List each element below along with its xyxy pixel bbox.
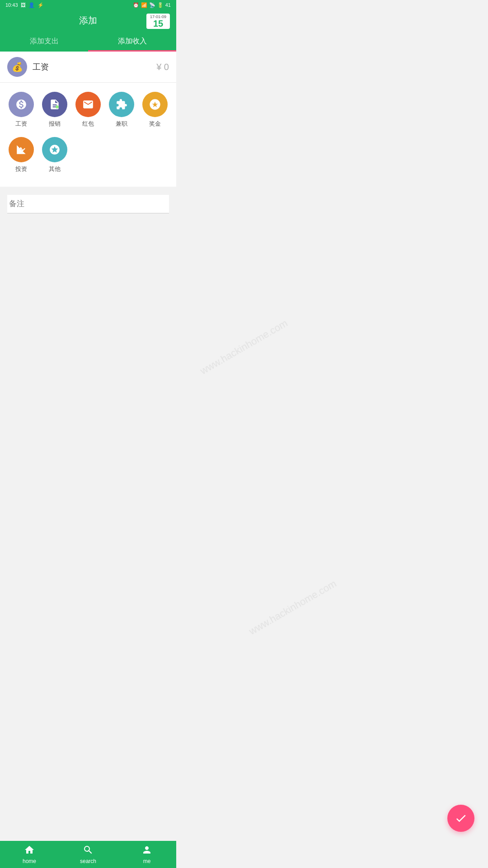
me-icon	[141, 844, 152, 857]
selected-category-icon: 💰	[7, 57, 27, 77]
header-date-day: 15	[149, 19, 167, 28]
search-icon	[83, 844, 94, 857]
status-battery-pct: 41	[165, 2, 171, 8]
category-reimbursement[interactable]: 报销	[38, 92, 71, 128]
home-icon	[24, 844, 35, 857]
category-other[interactable]: 其他	[38, 137, 71, 173]
category-invest[interactable]: 投资	[5, 137, 38, 173]
bottom-nav: home search me	[0, 841, 176, 868]
category-bonus[interactable]: 奖金	[138, 92, 172, 128]
status-icon-people: 👤	[28, 2, 35, 8]
status-right: ⏰ 📶 📡 🔋 41	[133, 2, 171, 8]
category-invest-icon	[9, 137, 34, 162]
category-redpacket-label: 红包	[82, 120, 94, 128]
nav-home-label: home	[23, 858, 36, 864]
category-redpacket-icon	[75, 92, 101, 117]
nav-home[interactable]: home	[0, 841, 59, 868]
status-icon-clock: ⏰	[133, 2, 139, 8]
note-section	[7, 195, 169, 213]
category-bonus-label: 奖金	[149, 120, 161, 128]
tab-expense[interactable]: 添加支出	[0, 31, 88, 52]
status-icon-gallery: 🖼	[21, 2, 26, 8]
category-other-icon	[42, 137, 67, 162]
category-redpacket[interactable]: 红包	[71, 92, 105, 128]
category-grid: 工资 报销 红包 兼职 奖金 投资 其他	[0, 83, 176, 187]
nav-me[interactable]: me	[117, 841, 176, 868]
status-icon-wifi: 📶	[141, 2, 147, 8]
category-bonus-icon	[142, 92, 168, 117]
selected-amount: ¥ 0	[156, 62, 169, 72]
category-salary-icon	[9, 92, 34, 117]
nav-me-label: me	[143, 858, 151, 864]
status-icon-battery: 🔋	[157, 2, 164, 8]
category-parttime[interactable]: 兼职	[105, 92, 138, 128]
category-reimbursement-icon	[42, 92, 67, 117]
category-parttime-label: 兼职	[116, 120, 127, 128]
status-time: 10:43	[5, 2, 18, 8]
note-input[interactable]	[7, 199, 169, 213]
status-icon-signal: 📡	[149, 2, 155, 8]
tab-income[interactable]: 添加收入	[88, 31, 176, 52]
category-salary[interactable]: 工资	[5, 92, 38, 128]
tabs-bar: 添加支出 添加收入	[0, 31, 176, 52]
category-parttime-icon	[109, 92, 134, 117]
nav-search[interactable]: search	[59, 841, 117, 868]
header: 添加 17-01-09 15	[0, 10, 176, 31]
status-bar: 10:43 🖼 👤 ⚡ ⏰ 📶 📡 🔋 41	[0, 0, 176, 10]
header-date: 17-01-09 15	[146, 14, 170, 29]
selected-category-row: 💰 工资 ¥ 0	[0, 52, 176, 83]
category-reimbursement-label: 报销	[49, 120, 61, 128]
category-other-label: 其他	[49, 165, 61, 173]
status-icon-usb: ⚡	[38, 2, 44, 8]
category-invest-label: 投资	[15, 165, 27, 173]
nav-search-label: search	[80, 858, 96, 864]
selected-category-name: 工资	[33, 61, 156, 72]
category-salary-label: 工资	[15, 120, 27, 128]
status-left: 10:43 🖼 👤 ⚡	[5, 2, 44, 8]
